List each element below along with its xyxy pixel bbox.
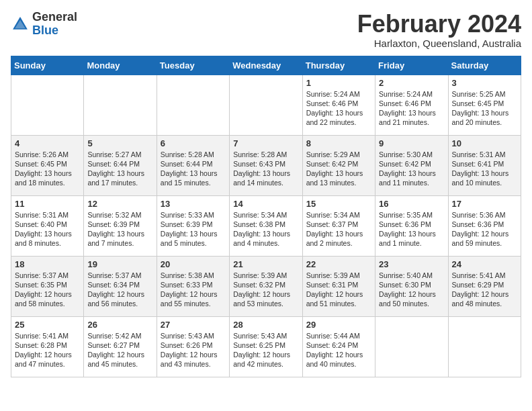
logo-blue-text: Blue bbox=[32, 24, 58, 37]
calendar-cell: 22Sunrise: 5:39 AM Sunset: 6:31 PM Dayli… bbox=[302, 256, 375, 316]
calendar-cell: 14Sunrise: 5:34 AM Sunset: 6:38 PM Dayli… bbox=[230, 195, 302, 256]
calendar-cell: 8Sunrise: 5:29 AM Sunset: 6:42 PM Daylig… bbox=[302, 135, 375, 195]
day-number: 2 bbox=[379, 78, 444, 88]
day-info: Sunrise: 5:35 AM Sunset: 6:36 PM Dayligh… bbox=[379, 210, 444, 248]
day-number: 7 bbox=[233, 138, 298, 148]
day-number: 6 bbox=[161, 138, 226, 148]
week-row-2: 4Sunrise: 5:26 AM Sunset: 6:45 PM Daylig… bbox=[11, 135, 521, 195]
day-number: 22 bbox=[306, 259, 371, 269]
day-info: Sunrise: 5:40 AM Sunset: 6:30 PM Dayligh… bbox=[379, 271, 444, 309]
day-info: Sunrise: 5:25 AM Sunset: 6:45 PM Dayligh… bbox=[452, 89, 517, 128]
calendar-cell: 5Sunrise: 5:27 AM Sunset: 6:44 PM Daylig… bbox=[84, 135, 157, 195]
logo: General Blue bbox=[11, 11, 77, 38]
day-info: Sunrise: 5:31 AM Sunset: 6:40 PM Dayligh… bbox=[15, 210, 80, 248]
day-info: Sunrise: 5:28 AM Sunset: 6:44 PM Dayligh… bbox=[161, 150, 226, 188]
weekday-header-friday: Friday bbox=[375, 56, 448, 75]
weekday-header-row: SundayMondayTuesdayWednesdayThursdayFrid… bbox=[11, 56, 521, 75]
weekday-header-wednesday: Wednesday bbox=[230, 56, 302, 75]
day-number: 28 bbox=[233, 320, 298, 330]
day-info: Sunrise: 5:27 AM Sunset: 6:44 PM Dayligh… bbox=[87, 150, 152, 188]
calendar-cell: 10Sunrise: 5:31 AM Sunset: 6:41 PM Dayli… bbox=[448, 135, 521, 195]
calendar-title: February 2024 bbox=[357, 11, 521, 38]
day-info: Sunrise: 5:34 AM Sunset: 6:37 PM Dayligh… bbox=[306, 210, 371, 248]
day-number: 12 bbox=[87, 199, 152, 209]
day-info: Sunrise: 5:44 AM Sunset: 6:24 PM Dayligh… bbox=[306, 331, 371, 369]
calendar-cell bbox=[11, 75, 84, 135]
calendar-cell: 3Sunrise: 5:25 AM Sunset: 6:45 PM Daylig… bbox=[448, 75, 521, 135]
day-info: Sunrise: 5:39 AM Sunset: 6:31 PM Dayligh… bbox=[306, 271, 371, 309]
day-number: 25 bbox=[15, 320, 80, 330]
day-info: Sunrise: 5:28 AM Sunset: 6:43 PM Dayligh… bbox=[233, 150, 298, 188]
weekday-header-sunday: Sunday bbox=[11, 56, 84, 75]
calendar-cell: 11Sunrise: 5:31 AM Sunset: 6:40 PM Dayli… bbox=[11, 195, 84, 256]
calendar-cell: 9Sunrise: 5:30 AM Sunset: 6:42 PM Daylig… bbox=[375, 135, 448, 195]
day-number: 16 bbox=[379, 199, 444, 209]
calendar-cell: 25Sunrise: 5:41 AM Sunset: 6:28 PM Dayli… bbox=[11, 316, 84, 377]
calendar-cell: 4Sunrise: 5:26 AM Sunset: 6:45 PM Daylig… bbox=[11, 135, 84, 195]
day-number: 11 bbox=[15, 199, 80, 209]
calendar-cell: 1Sunrise: 5:24 AM Sunset: 6:46 PM Daylig… bbox=[302, 75, 375, 135]
day-number: 19 bbox=[87, 259, 152, 269]
calendar-cell: 26Sunrise: 5:42 AM Sunset: 6:27 PM Dayli… bbox=[84, 316, 157, 377]
day-info: Sunrise: 5:41 AM Sunset: 6:28 PM Dayligh… bbox=[15, 331, 80, 369]
calendar-cell: 21Sunrise: 5:39 AM Sunset: 6:32 PM Dayli… bbox=[230, 256, 302, 316]
day-info: Sunrise: 5:29 AM Sunset: 6:42 PM Dayligh… bbox=[306, 150, 371, 188]
day-number: 29 bbox=[306, 320, 371, 330]
weekday-header-thursday: Thursday bbox=[302, 56, 375, 75]
calendar-cell: 19Sunrise: 5:37 AM Sunset: 6:34 PM Dayli… bbox=[84, 256, 157, 316]
day-info: Sunrise: 5:24 AM Sunset: 6:46 PM Dayligh… bbox=[306, 89, 371, 128]
week-row-3: 11Sunrise: 5:31 AM Sunset: 6:40 PM Dayli… bbox=[11, 195, 521, 256]
day-info: Sunrise: 5:43 AM Sunset: 6:26 PM Dayligh… bbox=[161, 331, 226, 369]
calendar-cell: 13Sunrise: 5:33 AM Sunset: 6:39 PM Dayli… bbox=[157, 195, 229, 256]
weekday-header-tuesday: Tuesday bbox=[157, 56, 229, 75]
logo-icon bbox=[11, 15, 30, 34]
calendar-cell: 29Sunrise: 5:44 AM Sunset: 6:24 PM Dayli… bbox=[302, 316, 375, 377]
calendar-table: SundayMondayTuesdayWednesdayThursdayFrid… bbox=[11, 56, 521, 377]
day-number: 23 bbox=[379, 259, 444, 269]
day-info: Sunrise: 5:41 AM Sunset: 6:29 PM Dayligh… bbox=[452, 271, 517, 309]
weekday-header-saturday: Saturday bbox=[448, 56, 521, 75]
weekday-header-monday: Monday bbox=[84, 56, 157, 75]
calendar-cell: 16Sunrise: 5:35 AM Sunset: 6:36 PM Dayli… bbox=[375, 195, 448, 256]
week-row-1: 1Sunrise: 5:24 AM Sunset: 6:46 PM Daylig… bbox=[11, 75, 521, 135]
calendar-cell: 12Sunrise: 5:32 AM Sunset: 6:39 PM Dayli… bbox=[84, 195, 157, 256]
day-number: 26 bbox=[87, 320, 152, 330]
calendar-cell: 7Sunrise: 5:28 AM Sunset: 6:43 PM Daylig… bbox=[230, 135, 302, 195]
calendar-cell: 6Sunrise: 5:28 AM Sunset: 6:44 PM Daylig… bbox=[157, 135, 229, 195]
day-info: Sunrise: 5:32 AM Sunset: 6:39 PM Dayligh… bbox=[87, 210, 152, 248]
day-number: 4 bbox=[15, 138, 80, 148]
calendar-cell bbox=[157, 75, 229, 135]
day-number: 10 bbox=[452, 138, 517, 148]
calendar-cell: 17Sunrise: 5:36 AM Sunset: 6:36 PM Dayli… bbox=[448, 195, 521, 256]
day-number: 14 bbox=[233, 199, 298, 209]
calendar-cell: 23Sunrise: 5:40 AM Sunset: 6:30 PM Dayli… bbox=[375, 256, 448, 316]
day-number: 3 bbox=[452, 78, 517, 88]
day-number: 8 bbox=[306, 138, 371, 148]
day-info: Sunrise: 5:42 AM Sunset: 6:27 PM Dayligh… bbox=[87, 331, 152, 369]
logo-general-text: General bbox=[32, 10, 77, 24]
day-info: Sunrise: 5:36 AM Sunset: 6:36 PM Dayligh… bbox=[452, 210, 517, 248]
calendar-cell bbox=[448, 316, 521, 377]
calendar-cell: 20Sunrise: 5:38 AM Sunset: 6:33 PM Dayli… bbox=[157, 256, 229, 316]
day-info: Sunrise: 5:34 AM Sunset: 6:38 PM Dayligh… bbox=[233, 210, 298, 248]
day-info: Sunrise: 5:37 AM Sunset: 6:34 PM Dayligh… bbox=[87, 271, 152, 309]
day-number: 27 bbox=[161, 320, 226, 330]
day-number: 17 bbox=[452, 199, 517, 209]
day-info: Sunrise: 5:43 AM Sunset: 6:25 PM Dayligh… bbox=[233, 331, 298, 369]
day-number: 20 bbox=[161, 259, 226, 269]
calendar-cell: 27Sunrise: 5:43 AM Sunset: 6:26 PM Dayli… bbox=[157, 316, 229, 377]
calendar-cell: 28Sunrise: 5:43 AM Sunset: 6:25 PM Dayli… bbox=[230, 316, 302, 377]
week-row-5: 25Sunrise: 5:41 AM Sunset: 6:28 PM Dayli… bbox=[11, 316, 521, 377]
day-number: 9 bbox=[379, 138, 444, 148]
calendar-subtitle: Harlaxton, Queensland, Australia bbox=[357, 38, 521, 49]
calendar-cell: 2Sunrise: 5:24 AM Sunset: 6:46 PM Daylig… bbox=[375, 75, 448, 135]
day-info: Sunrise: 5:39 AM Sunset: 6:32 PM Dayligh… bbox=[233, 271, 298, 309]
day-number: 24 bbox=[452, 259, 517, 269]
day-number: 5 bbox=[87, 138, 152, 148]
day-number: 18 bbox=[15, 259, 80, 269]
day-info: Sunrise: 5:26 AM Sunset: 6:45 PM Dayligh… bbox=[15, 150, 80, 188]
day-info: Sunrise: 5:31 AM Sunset: 6:41 PM Dayligh… bbox=[452, 150, 517, 188]
day-number: 21 bbox=[233, 259, 298, 269]
day-info: Sunrise: 5:24 AM Sunset: 6:46 PM Dayligh… bbox=[379, 89, 444, 128]
day-info: Sunrise: 5:37 AM Sunset: 6:35 PM Dayligh… bbox=[15, 271, 80, 309]
